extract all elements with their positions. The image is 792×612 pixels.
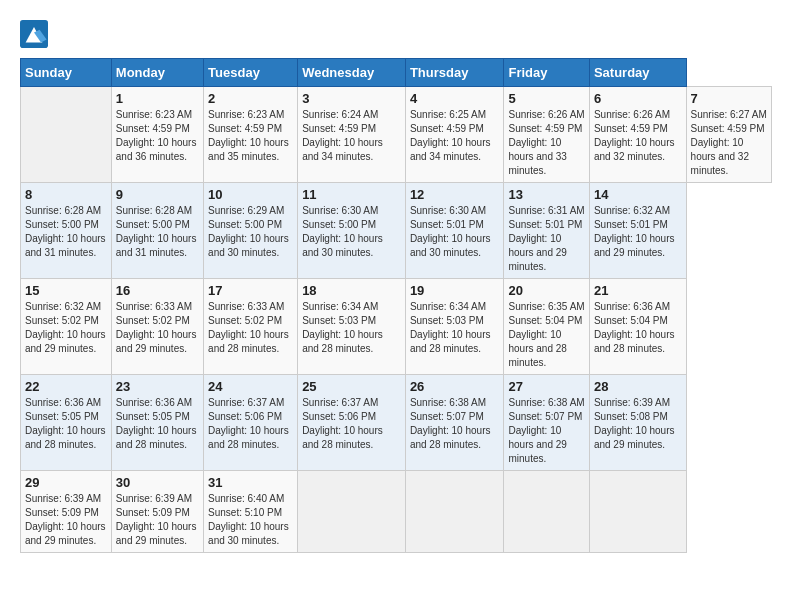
logo-icon — [20, 20, 48, 48]
calendar-cell: 13 Sunrise: 6:31 AM Sunset: 5:01 PM Dayl… — [504, 183, 589, 279]
calendar-cell — [298, 471, 406, 553]
day-info: Sunrise: 6:30 AM Sunset: 5:00 PM Dayligh… — [302, 204, 401, 260]
day-info: Sunrise: 6:40 AM Sunset: 5:10 PM Dayligh… — [208, 492, 293, 548]
day-number: 12 — [410, 187, 500, 202]
day-info: Sunrise: 6:29 AM Sunset: 5:00 PM Dayligh… — [208, 204, 293, 260]
calendar-cell: 17 Sunrise: 6:33 AM Sunset: 5:02 PM Dayl… — [204, 279, 298, 375]
calendar-cell: 3 Sunrise: 6:24 AM Sunset: 4:59 PM Dayli… — [298, 87, 406, 183]
calendar-cell: 4 Sunrise: 6:25 AM Sunset: 4:59 PM Dayli… — [405, 87, 504, 183]
calendar-cell: 18 Sunrise: 6:34 AM Sunset: 5:03 PM Dayl… — [298, 279, 406, 375]
calendar-cell: 7 Sunrise: 6:27 AM Sunset: 4:59 PM Dayli… — [686, 87, 771, 183]
calendar-table: SundayMondayTuesdayWednesdayThursdayFrid… — [20, 58, 772, 553]
day-number: 10 — [208, 187, 293, 202]
day-info: Sunrise: 6:28 AM Sunset: 5:00 PM Dayligh… — [116, 204, 199, 260]
calendar-cell — [405, 471, 504, 553]
day-number: 23 — [116, 379, 199, 394]
day-number: 8 — [25, 187, 107, 202]
day-info: Sunrise: 6:26 AM Sunset: 4:59 PM Dayligh… — [508, 108, 584, 178]
column-header-friday: Friday — [504, 59, 589, 87]
calendar-cell: 9 Sunrise: 6:28 AM Sunset: 5:00 PM Dayli… — [111, 183, 203, 279]
calendar-cell: 21 Sunrise: 6:36 AM Sunset: 5:04 PM Dayl… — [589, 279, 686, 375]
column-header-saturday: Saturday — [589, 59, 686, 87]
day-info: Sunrise: 6:28 AM Sunset: 5:00 PM Dayligh… — [25, 204, 107, 260]
day-info: Sunrise: 6:24 AM Sunset: 4:59 PM Dayligh… — [302, 108, 401, 164]
day-info: Sunrise: 6:34 AM Sunset: 5:03 PM Dayligh… — [410, 300, 500, 356]
day-number: 4 — [410, 91, 500, 106]
day-info: Sunrise: 6:32 AM Sunset: 5:02 PM Dayligh… — [25, 300, 107, 356]
calendar-cell: 6 Sunrise: 6:26 AM Sunset: 4:59 PM Dayli… — [589, 87, 686, 183]
day-info: Sunrise: 6:36 AM Sunset: 5:05 PM Dayligh… — [25, 396, 107, 452]
day-info: Sunrise: 6:26 AM Sunset: 4:59 PM Dayligh… — [594, 108, 682, 164]
calendar-cell: 28 Sunrise: 6:39 AM Sunset: 5:08 PM Dayl… — [589, 375, 686, 471]
day-number: 16 — [116, 283, 199, 298]
day-info: Sunrise: 6:38 AM Sunset: 5:07 PM Dayligh… — [410, 396, 500, 452]
calendar-week-row: 15 Sunrise: 6:32 AM Sunset: 5:02 PM Dayl… — [21, 279, 772, 375]
day-info: Sunrise: 6:23 AM Sunset: 4:59 PM Dayligh… — [208, 108, 293, 164]
day-info: Sunrise: 6:39 AM Sunset: 5:09 PM Dayligh… — [116, 492, 199, 548]
day-number: 1 — [116, 91, 199, 106]
calendar-cell — [21, 87, 112, 183]
column-header-monday: Monday — [111, 59, 203, 87]
calendar-week-row: 29 Sunrise: 6:39 AM Sunset: 5:09 PM Dayl… — [21, 471, 772, 553]
calendar-cell: 29 Sunrise: 6:39 AM Sunset: 5:09 PM Dayl… — [21, 471, 112, 553]
day-number: 30 — [116, 475, 199, 490]
day-info: Sunrise: 6:33 AM Sunset: 5:02 PM Dayligh… — [208, 300, 293, 356]
calendar-cell: 26 Sunrise: 6:38 AM Sunset: 5:07 PM Dayl… — [405, 375, 504, 471]
day-info: Sunrise: 6:39 AM Sunset: 5:09 PM Dayligh… — [25, 492, 107, 548]
calendar-cell: 12 Sunrise: 6:30 AM Sunset: 5:01 PM Dayl… — [405, 183, 504, 279]
calendar-cell: 31 Sunrise: 6:40 AM Sunset: 5:10 PM Dayl… — [204, 471, 298, 553]
calendar-body: 1 Sunrise: 6:23 AM Sunset: 4:59 PM Dayli… — [21, 87, 772, 553]
day-info: Sunrise: 6:23 AM Sunset: 4:59 PM Dayligh… — [116, 108, 199, 164]
day-number: 5 — [508, 91, 584, 106]
calendar-cell: 22 Sunrise: 6:36 AM Sunset: 5:05 PM Dayl… — [21, 375, 112, 471]
calendar-cell: 27 Sunrise: 6:38 AM Sunset: 5:07 PM Dayl… — [504, 375, 589, 471]
day-info: Sunrise: 6:34 AM Sunset: 5:03 PM Dayligh… — [302, 300, 401, 356]
day-info: Sunrise: 6:35 AM Sunset: 5:04 PM Dayligh… — [508, 300, 584, 370]
day-info: Sunrise: 6:37 AM Sunset: 5:06 PM Dayligh… — [302, 396, 401, 452]
calendar-cell: 10 Sunrise: 6:29 AM Sunset: 5:00 PM Dayl… — [204, 183, 298, 279]
column-header-wednesday: Wednesday — [298, 59, 406, 87]
day-number: 19 — [410, 283, 500, 298]
calendar-week-row: 1 Sunrise: 6:23 AM Sunset: 4:59 PM Dayli… — [21, 87, 772, 183]
calendar-cell: 15 Sunrise: 6:32 AM Sunset: 5:02 PM Dayl… — [21, 279, 112, 375]
calendar-cell: 14 Sunrise: 6:32 AM Sunset: 5:01 PM Dayl… — [589, 183, 686, 279]
day-number: 18 — [302, 283, 401, 298]
day-number: 14 — [594, 187, 682, 202]
column-header-sunday: Sunday — [21, 59, 112, 87]
day-number: 7 — [691, 91, 767, 106]
day-info: Sunrise: 6:39 AM Sunset: 5:08 PM Dayligh… — [594, 396, 682, 452]
column-header-thursday: Thursday — [405, 59, 504, 87]
day-number: 29 — [25, 475, 107, 490]
logo — [20, 20, 50, 48]
calendar-cell: 30 Sunrise: 6:39 AM Sunset: 5:09 PM Dayl… — [111, 471, 203, 553]
day-number: 13 — [508, 187, 584, 202]
calendar-cell: 20 Sunrise: 6:35 AM Sunset: 5:04 PM Dayl… — [504, 279, 589, 375]
calendar-cell: 19 Sunrise: 6:34 AM Sunset: 5:03 PM Dayl… — [405, 279, 504, 375]
day-info: Sunrise: 6:30 AM Sunset: 5:01 PM Dayligh… — [410, 204, 500, 260]
day-number: 28 — [594, 379, 682, 394]
day-number: 2 — [208, 91, 293, 106]
calendar-week-row: 8 Sunrise: 6:28 AM Sunset: 5:00 PM Dayli… — [21, 183, 772, 279]
day-number: 27 — [508, 379, 584, 394]
day-info: Sunrise: 6:32 AM Sunset: 5:01 PM Dayligh… — [594, 204, 682, 260]
day-info: Sunrise: 6:27 AM Sunset: 4:59 PM Dayligh… — [691, 108, 767, 178]
day-number: 24 — [208, 379, 293, 394]
calendar-header-row: SundayMondayTuesdayWednesdayThursdayFrid… — [21, 59, 772, 87]
calendar-week-row: 22 Sunrise: 6:36 AM Sunset: 5:05 PM Dayl… — [21, 375, 772, 471]
day-info: Sunrise: 6:33 AM Sunset: 5:02 PM Dayligh… — [116, 300, 199, 356]
calendar-cell — [504, 471, 589, 553]
day-number: 15 — [25, 283, 107, 298]
day-number: 9 — [116, 187, 199, 202]
calendar-cell: 11 Sunrise: 6:30 AM Sunset: 5:00 PM Dayl… — [298, 183, 406, 279]
day-number: 25 — [302, 379, 401, 394]
day-number: 11 — [302, 187, 401, 202]
day-info: Sunrise: 6:37 AM Sunset: 5:06 PM Dayligh… — [208, 396, 293, 452]
day-info: Sunrise: 6:36 AM Sunset: 5:04 PM Dayligh… — [594, 300, 682, 356]
day-number: 3 — [302, 91, 401, 106]
calendar-cell: 23 Sunrise: 6:36 AM Sunset: 5:05 PM Dayl… — [111, 375, 203, 471]
day-number: 31 — [208, 475, 293, 490]
calendar-cell: 8 Sunrise: 6:28 AM Sunset: 5:00 PM Dayli… — [21, 183, 112, 279]
calendar-cell: 24 Sunrise: 6:37 AM Sunset: 5:06 PM Dayl… — [204, 375, 298, 471]
day-number: 17 — [208, 283, 293, 298]
column-header-tuesday: Tuesday — [204, 59, 298, 87]
